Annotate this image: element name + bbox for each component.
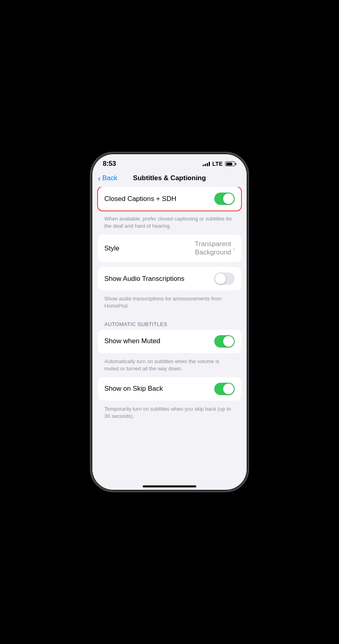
back-chevron-icon: ‹ bbox=[98, 174, 101, 182]
show-on-skip-back-row: Show on Skip Back bbox=[98, 377, 241, 401]
audio-transcriptions-row: Show Audio Transcriptions bbox=[98, 267, 241, 290]
back-label: Back bbox=[102, 174, 118, 182]
show-on-skip-back-description: Temporarily turn on subtitles when you s… bbox=[98, 405, 241, 425]
audio-transcriptions-card: Show Audio Transcriptions bbox=[98, 267, 241, 290]
back-button[interactable]: ‹ Back bbox=[98, 174, 117, 182]
content-area: Closed Captions + SDH When available, pr… bbox=[92, 187, 247, 481]
phone-shell: 8:53 LTE ‹ Back Subtitles & Captioning bbox=[92, 153, 247, 491]
closed-captions-card: Closed Captions + SDH bbox=[98, 187, 241, 211]
closed-captions-description: When available, prefer closed captioning… bbox=[98, 215, 241, 235]
toggle-knob-audio bbox=[215, 273, 226, 284]
show-on-skip-back-label: Show on Skip Back bbox=[104, 385, 163, 393]
show-on-skip-back-card: Show on Skip Back bbox=[98, 377, 241, 401]
show-when-muted-row: Show when Muted bbox=[98, 330, 241, 353]
battery-fill bbox=[226, 163, 232, 165]
style-label: Style bbox=[104, 244, 120, 252]
lte-label: LTE bbox=[212, 161, 223, 167]
closed-captions-toggle[interactable] bbox=[214, 193, 235, 205]
signal-bars-icon bbox=[203, 161, 210, 166]
home-indicator bbox=[143, 485, 196, 487]
closed-captions-label: Closed Captions + SDH bbox=[104, 195, 176, 203]
closed-captions-row: Closed Captions + SDH bbox=[98, 187, 241, 211]
show-when-muted-label: Show when Muted bbox=[104, 337, 160, 345]
show-on-skip-back-toggle[interactable] bbox=[214, 383, 235, 395]
automatic-subtitles-header: AUTOMATIC SUBTITLES bbox=[98, 315, 241, 330]
audio-transcriptions-toggle[interactable] bbox=[214, 272, 235, 285]
battery-icon bbox=[225, 161, 236, 166]
toggle-knob bbox=[223, 193, 234, 204]
battery-tip bbox=[235, 163, 236, 165]
style-row[interactable]: Style Transparent Background › bbox=[98, 235, 241, 262]
toggle-knob-skip bbox=[223, 384, 234, 394]
show-when-muted-toggle[interactable] bbox=[214, 335, 235, 348]
chevron-right-icon: › bbox=[233, 245, 235, 252]
audio-transcriptions-description: Show audio transcriptions for announceme… bbox=[98, 295, 241, 314]
show-when-muted-card: Show when Muted bbox=[98, 330, 241, 353]
status-bar: 8:53 LTE bbox=[92, 153, 247, 171]
audio-transcriptions-label: Show Audio Transcriptions bbox=[104, 275, 184, 283]
style-card: Style Transparent Background › bbox=[98, 235, 241, 262]
style-value: Transparent Background › bbox=[179, 240, 235, 256]
page-title: Subtitles & Captioning bbox=[133, 174, 206, 182]
nav-bar: ‹ Back Subtitles & Captioning bbox=[92, 171, 247, 187]
toggle-knob-muted bbox=[223, 336, 234, 347]
status-icons: LTE bbox=[203, 161, 236, 167]
style-current-value: Transparent Background bbox=[179, 240, 231, 256]
status-time: 8:53 bbox=[103, 160, 116, 168]
show-when-muted-description: Automatically turn on subtitles when the… bbox=[98, 358, 241, 377]
